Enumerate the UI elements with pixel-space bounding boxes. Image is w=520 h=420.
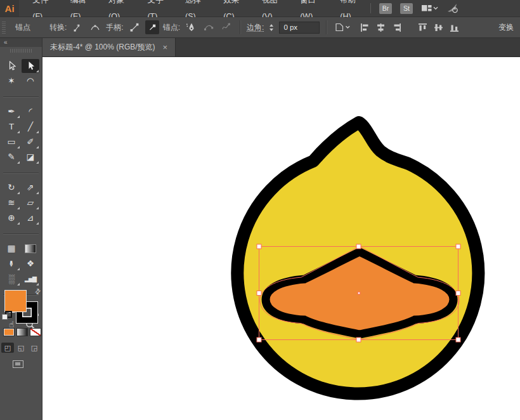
tool-pen[interactable]: ✒ — [3, 105, 20, 119]
corner-options-button[interactable] — [333, 20, 352, 34]
align-right-button[interactable] — [391, 22, 402, 33]
tools-panel-grip[interactable] — [0, 47, 42, 55]
corner-label[interactable]: 边角: — [247, 22, 264, 33]
hide-handles-icon — [147, 22, 157, 32]
anchor-panel-label: 锚点 — [15, 22, 30, 33]
eraser-icon: ◪ — [27, 153, 35, 162]
tool-mesh[interactable]: ▦ — [3, 242, 20, 256]
transform-panel-button[interactable]: 变换 — [498, 22, 514, 33]
tool-shaper[interactable]: ✎ — [3, 150, 20, 164]
screen-mode-button[interactable] — [13, 360, 23, 368]
corner-widget-icon — [334, 22, 351, 32]
draw-inside-button[interactable]: ◲ — [28, 343, 41, 353]
draw-normal-button[interactable]: ◰ — [1, 343, 14, 353]
tool-type[interactable]: T — [3, 120, 20, 134]
shape-builder-icon: ⊕ — [8, 214, 15, 223]
bridge-button[interactable]: Br — [379, 3, 392, 14]
convert-to-smooth-button[interactable] — [88, 20, 102, 34]
show-handles-button[interactable] — [127, 20, 141, 34]
tool-paintbrush[interactable]: ✐ — [22, 135, 39, 149]
show-handles-icon — [129, 22, 140, 32]
tools-panel: « ✶◠✒◜T╱▭✐✎◪↻⇗≋▱⊕⊿▦✒❖░▂▅▇❏✂☝ ⇄ ◰ ◱ ◲ — [0, 38, 42, 420]
paint-none-button[interactable] — [30, 328, 41, 336]
line-segment-icon: ╱ — [28, 122, 33, 131]
align-center-vertical-button[interactable] — [433, 22, 444, 33]
connect-endpoints-button[interactable] — [202, 20, 216, 34]
paint-style-row — [3, 328, 41, 336]
tool-gradient[interactable] — [22, 242, 39, 256]
tool-rotate[interactable]: ↻ — [3, 181, 20, 195]
tool-width[interactable]: ≋ — [3, 196, 20, 210]
collapse-panel-button[interactable]: « — [0, 38, 42, 47]
tool-eyedropper[interactable]: ✒ — [3, 257, 20, 271]
selection-handle[interactable] — [456, 291, 460, 296]
document-tab-title: 未标题-4* @ 100% (RGB/预览) — [50, 42, 155, 53]
selection-handle[interactable] — [356, 338, 361, 342]
gpu-performance-icon[interactable] — [446, 3, 460, 14]
corner-stepper[interactable] — [268, 24, 275, 31]
artboard-view[interactable] — [42, 57, 520, 420]
convert-to-corner-button[interactable] — [70, 20, 84, 34]
default-fill-stroke-icon[interactable] — [2, 311, 11, 320]
selection-handle[interactable] — [456, 244, 460, 249]
lasso-icon: ◠ — [27, 77, 34, 86]
swap-fill-stroke-icon[interactable]: ⇄ — [33, 287, 43, 297]
paint-gradient-button[interactable] — [16, 328, 28, 336]
stepper-up-icon[interactable] — [270, 24, 273, 27]
paint-color-button[interactable] — [3, 328, 15, 336]
canvas[interactable] — [42, 57, 520, 420]
align-bottom-button[interactable] — [449, 22, 460, 33]
align-left-button[interactable] — [360, 22, 370, 33]
workspace-switcher-icon[interactable] — [421, 3, 438, 13]
selection-handle[interactable] — [257, 244, 261, 249]
selection-handle[interactable] — [257, 291, 261, 296]
magic-wand-icon: ✶ — [8, 77, 15, 86]
corner-radius-input[interactable] — [279, 22, 320, 34]
control-bar-grip[interactable] — [2, 21, 6, 34]
tool-rectangle[interactable]: ▭ — [3, 135, 20, 149]
selection-handle[interactable] — [456, 338, 460, 342]
tool-scale[interactable]: ⇗ — [22, 181, 39, 195]
hide-handles-button[interactable] — [145, 20, 159, 34]
tool-curvature[interactable]: ◜ — [22, 105, 39, 119]
anchors-label: 锚点: — [163, 22, 180, 33]
align-top-button[interactable] — [417, 22, 428, 33]
tool-line-segment[interactable]: ╱ — [22, 120, 39, 134]
align-group — [360, 22, 460, 33]
selection-handle[interactable] — [356, 244, 361, 249]
convert-smooth-icon — [90, 22, 100, 32]
document-tab[interactable]: 未标题-4* @ 100% (RGB/预览) × — [42, 38, 176, 56]
tool-symbol-sprayer[interactable]: ░ — [3, 272, 20, 286]
tool-magic-wand[interactable]: ✶ — [3, 74, 20, 88]
selection-center-point[interactable] — [358, 292, 360, 294]
tool-free-transform[interactable]: ▱ — [22, 196, 39, 210]
stepper-down-icon[interactable] — [270, 29, 273, 31]
remove-anchor-button[interactable] — [184, 20, 198, 34]
selection-handle[interactable] — [257, 338, 261, 342]
tool-lasso[interactable]: ◠ — [22, 74, 39, 88]
tool-column-graph[interactable]: ▂▅▇ — [22, 272, 39, 286]
control-separator — [240, 20, 240, 34]
blend-icon: ❖ — [27, 259, 34, 268]
stock-button[interactable]: St — [400, 3, 413, 14]
tool-blend[interactable]: ❖ — [22, 257, 39, 271]
tool-eraser[interactable]: ◪ — [22, 150, 39, 164]
tool-direct-selection[interactable] — [22, 59, 39, 73]
scale-icon: ⇗ — [27, 183, 34, 192]
convert-label: 转换: — [49, 22, 67, 33]
tool-group-divider — [3, 233, 39, 234]
tool-perspective-grid[interactable]: ⊿ — [22, 211, 39, 225]
tool-shape-builder[interactable]: ⊕ — [3, 211, 20, 225]
cut-path-icon — [221, 22, 231, 32]
tool-selection[interactable] — [3, 59, 20, 73]
cut-path-button[interactable] — [219, 20, 233, 34]
align-center-horizontal-button[interactable] — [375, 22, 386, 33]
handles-label: 手柄: — [106, 22, 123, 33]
tab-close-icon[interactable]: × — [163, 43, 168, 51]
width-icon: ≋ — [8, 199, 15, 207]
mesh-icon: ▦ — [8, 244, 16, 253]
pen-anchor-icon — [186, 22, 196, 32]
draw-mode-row: ◰ ◱ ◲ — [1, 343, 41, 353]
draw-behind-button[interactable]: ◱ — [15, 343, 27, 353]
fill-color-well[interactable] — [5, 291, 26, 312]
